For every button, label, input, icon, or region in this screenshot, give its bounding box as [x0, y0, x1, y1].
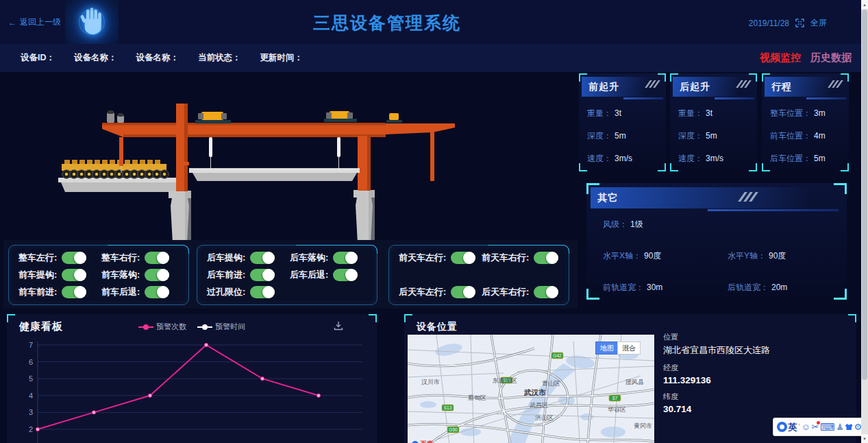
switch-label: 过孔限位:	[207, 286, 245, 298]
device-name2-label: 设备名称：	[136, 52, 179, 64]
switch-item: 过孔限位:	[207, 285, 290, 300]
svg-text:3: 3	[29, 408, 33, 416]
toggle-switch[interactable]	[62, 286, 86, 298]
device-info-bar: 设备ID： 设备名称： 设备名称： 当前状态： 更新时间： 视频监控 历史数据	[0, 44, 868, 72]
stat-label: 速度：	[678, 153, 703, 165]
switch-item: 后天车左行:	[399, 285, 482, 300]
stat-label: 风级：	[603, 219, 628, 230]
health-panel-title: 健康看板	[19, 320, 63, 333]
map-type-button-map[interactable]: 地图	[595, 342, 619, 355]
toggle-switch[interactable]	[250, 286, 275, 298]
switch-group-gantry: 前天车左行:前天车右行:后天车左行:后天车右行:	[388, 245, 569, 305]
stat-value: 5m	[814, 154, 826, 163]
scrollbar-thumb[interactable]	[862, 10, 867, 380]
legend-item-alarm-time[interactable]: 预警时间	[197, 322, 245, 332]
stat-value: 20m	[771, 283, 787, 292]
longitude-label: 经度	[663, 363, 770, 373]
top-header: ← 返回上一级 三思设备管理系统 2019/11/28	[0, 0, 868, 44]
stat-row: 水平Y轴：90度	[728, 249, 840, 263]
tab-video-monitor[interactable]: 视频监控	[760, 51, 801, 64]
stat-value: 3m/s	[615, 154, 632, 163]
svg-text:2: 2	[29, 425, 33, 433]
switch-item: 整车左行:	[18, 250, 101, 265]
punctuation-icon[interactable]: ’	[798, 423, 799, 431]
emoji-face-icon[interactable]: ☺	[801, 422, 810, 431]
toggle-switch[interactable]	[451, 252, 475, 264]
stat-label: 整车位置：	[770, 108, 811, 119]
skin-icon[interactable]	[845, 424, 853, 430]
toggle-switch[interactable]	[145, 286, 169, 298]
stat-label: 速度：	[587, 153, 612, 165]
map-type-button-hybrid[interactable]: 混合	[617, 342, 641, 355]
svg-text:武汉市: 武汉市	[523, 388, 546, 396]
stat-row: 风级：1级	[603, 217, 728, 231]
stat-label: 前轨道宽：	[603, 282, 644, 294]
map-view[interactable]: G42S15S13S7G50 汉川市蔡甸区东西湖区武汉市武昌区青山区洪山区华容区…	[408, 335, 654, 443]
toggle-switch[interactable]	[250, 269, 275, 281]
svg-text:洪山区: 洪山区	[535, 414, 554, 421]
back-arrow-icon: ←	[8, 18, 16, 27]
toggle-switch[interactable]	[534, 252, 558, 264]
stat-label: 后车位置：	[770, 153, 811, 165]
baidu-paw-icon	[412, 441, 419, 443]
latitude-value: 30.714	[663, 404, 770, 414]
tab-history-data[interactable]: 历史数据	[810, 51, 852, 64]
switch-item: 前车后退:	[101, 285, 184, 300]
toggle-switch[interactable]	[451, 286, 475, 298]
crane-illustration	[55, 96, 466, 243]
toggle-switch[interactable]	[250, 252, 275, 264]
scrollbar-down-arrow[interactable]	[861, 434, 868, 443]
update-time-label: 更新时间：	[260, 52, 303, 64]
toggle-switch[interactable]	[534, 286, 558, 298]
back-link[interactable]: ← 返回上一级	[8, 16, 61, 28]
slash-decoration-icon	[736, 80, 749, 88]
switch-label: 前车前进:	[18, 286, 57, 298]
svg-text:S13: S13	[444, 405, 452, 410]
scrollbar-up-arrow[interactable]	[861, 0, 868, 9]
fullscreen-label[interactable]: 全屏	[810, 17, 827, 29]
stat-label: 深度：	[587, 130, 612, 142]
panel-title: 行程	[771, 81, 792, 93]
bridge-pier	[169, 190, 375, 243]
location-panel-title: 设备位置	[417, 321, 458, 333]
toggle-switch[interactable]	[62, 269, 86, 281]
health-dashboard-panel: 健康看板 预警次数 预警时间 234567	[7, 314, 377, 443]
switch-item: 后车落钩:	[290, 250, 373, 265]
panel-title: 前起升	[588, 81, 619, 93]
page-title: 三思设备管理系统	[313, 12, 461, 34]
account-icon[interactable]: ♟	[836, 422, 844, 431]
device-name-label: 设备名称：	[74, 52, 117, 64]
toggle-switch[interactable]	[333, 269, 358, 281]
toggle-switch[interactable]	[145, 252, 169, 264]
baidu-ime-logo-icon[interactable]	[777, 422, 787, 432]
fullscreen-icon[interactable]	[795, 19, 804, 27]
stat-label: 深度：	[678, 130, 703, 142]
toggle-switch[interactable]	[62, 252, 86, 264]
page-scrollbar[interactable]	[861, 0, 868, 443]
panel-title: 后起升	[680, 81, 710, 93]
switch-item: 前车前进:	[18, 285, 101, 300]
panel-other: 其它 风级：1级水平X轴：90度水平Y轴：90度前轨道宽：30m后轨道宽：20m…	[586, 183, 847, 300]
stat-value: 3m/s	[706, 154, 723, 163]
stat-value: 3m	[814, 108, 826, 118]
svg-text:5: 5	[29, 374, 33, 383]
soft-keyboard-icon[interactable]: ⌨	[820, 422, 835, 432]
switch-item: 前天车右行:	[482, 250, 565, 265]
language-toggle-icon[interactable]: 英	[789, 422, 797, 431]
view-tabs: 视频监控 历史数据	[760, 44, 852, 72]
svg-text:青山区: 青山区	[542, 380, 560, 387]
svg-text:黄冈市: 黄冈市	[634, 422, 652, 429]
download-icon[interactable]	[333, 320, 344, 331]
stat-label: 重量：	[678, 108, 703, 119]
svg-text:4: 4	[29, 392, 33, 400]
switch-label: 前天车右行:	[482, 252, 529, 264]
switch-label: 前车提钩:	[18, 269, 57, 281]
app-logo	[65, 0, 119, 44]
legend-item-alarm-count[interactable]: 预警次数	[138, 322, 186, 332]
toggle-switch[interactable]	[145, 269, 169, 281]
scissors-icon[interactable]: ✂	[811, 422, 819, 431]
current-status-label: 当前状态：	[198, 52, 241, 64]
toggle-switch[interactable]	[333, 252, 358, 264]
switch-label: 后天车左行:	[399, 286, 446, 298]
switch-label: 后车提钩:	[207, 252, 245, 264]
